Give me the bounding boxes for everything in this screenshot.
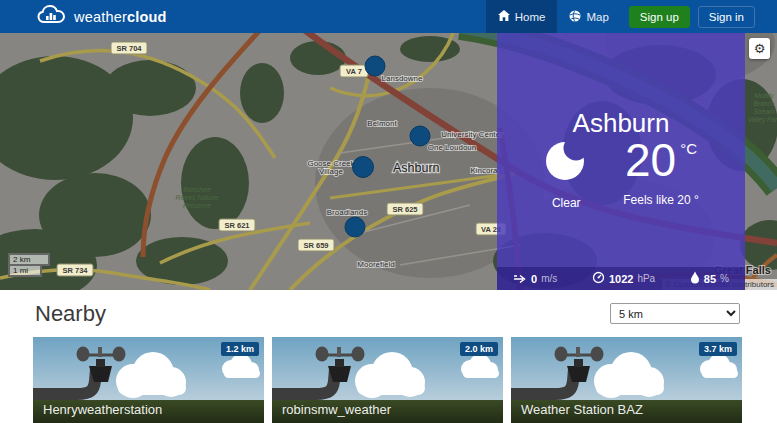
signup-button[interactable]: Sign up bbox=[629, 6, 690, 28]
station-card[interactable]: robinsmw_weather 2.0 km bbox=[272, 337, 503, 423]
map-scale-control: 2 km 1 mi bbox=[8, 253, 50, 277]
home-icon bbox=[498, 10, 510, 23]
nearby-title: Nearby bbox=[35, 301, 106, 327]
svg-text:Reeks Nature: Reeks Nature bbox=[176, 194, 219, 201]
station-marker bbox=[410, 126, 430, 146]
station-distance-badge: 2.0 km bbox=[460, 342, 498, 356]
top-navbar: weathercloud Home Map Sign up Sign in bbox=[0, 0, 777, 33]
svg-text:Banshee: Banshee bbox=[183, 186, 211, 193]
scale-mi: 1 mi bbox=[8, 266, 42, 277]
map-settings-button[interactable]: ⚙ bbox=[749, 38, 770, 59]
svg-text:Ashburn: Ashburn bbox=[393, 161, 440, 175]
scale-km: 2 km bbox=[8, 253, 50, 266]
station-name: robinsmw_weather bbox=[282, 402, 391, 417]
svg-text:Valley Park: Valley Park bbox=[748, 116, 777, 124]
station-distance-badge: 1.2 km bbox=[221, 342, 259, 356]
nav-map-label: Map bbox=[586, 11, 608, 23]
nav-home[interactable]: Home bbox=[486, 0, 558, 33]
station-name: Henryweatherstation bbox=[43, 402, 162, 417]
map-canvas[interactable]: SR 704 VA 7 SR 621 SR 625 SR 659 VA 28 S… bbox=[0, 33, 777, 290]
svg-text:Lansdowne: Lansdowne bbox=[382, 74, 423, 83]
svg-text:Village: Village bbox=[319, 167, 343, 176]
svg-text:SR 621: SR 621 bbox=[224, 221, 249, 230]
humidity-stat: 85 % bbox=[690, 271, 729, 286]
pressure-gauge-icon bbox=[592, 271, 605, 286]
wind-stat: 0 m/s bbox=[513, 273, 557, 285]
station-name: Weather Station BAZ bbox=[521, 402, 643, 417]
station-marker bbox=[365, 56, 385, 76]
svg-text:Preserve: Preserve bbox=[183, 202, 211, 209]
radius-select[interactable]: 5 km bbox=[610, 303, 740, 324]
nearby-stations-row: Henryweatherstation 1.2 km robi bbox=[33, 337, 777, 423]
brand-name: weathercloud bbox=[74, 9, 167, 25]
nav-map[interactable]: Map bbox=[557, 0, 620, 33]
station-distance-badge: 3.7 km bbox=[699, 342, 737, 356]
svg-text:One Loudoun: One Loudoun bbox=[428, 143, 477, 152]
temperature-unit: °C bbox=[680, 140, 697, 157]
nav-home-label: Home bbox=[515, 11, 546, 23]
wind-icon bbox=[513, 273, 527, 285]
weather-location: Ashburn bbox=[497, 108, 745, 139]
svg-text:Branch: Branch bbox=[754, 100, 775, 107]
svg-text:Kincora: Kincora bbox=[470, 166, 498, 175]
brand-logo[interactable]: weathercloud bbox=[36, 3, 167, 31]
station-marker bbox=[353, 157, 374, 178]
gear-icon: ⚙ bbox=[754, 42, 766, 55]
svg-text:Stream: Stream bbox=[754, 108, 776, 115]
svg-text:SR 704: SR 704 bbox=[116, 44, 142, 53]
svg-text:Moorefield: Moorefield bbox=[357, 260, 394, 269]
moon-clear-icon bbox=[543, 137, 589, 187]
svg-text:Belmont: Belmont bbox=[367, 119, 397, 128]
weather-condition: Clear bbox=[552, 196, 581, 210]
temperature-value: 20 bbox=[625, 137, 676, 183]
current-weather-panel[interactable]: Ashburn Clear bbox=[497, 33, 745, 290]
svg-text:Broadlands: Broadlands bbox=[327, 208, 367, 217]
station-marker bbox=[345, 217, 365, 237]
pressure-stat: 1022 hPa bbox=[592, 271, 655, 286]
station-card[interactable]: Henryweatherstation 1.2 km bbox=[33, 337, 264, 423]
svg-text:VA 7: VA 7 bbox=[346, 67, 362, 76]
svg-text:University Center: University Center bbox=[441, 130, 503, 139]
svg-text:SR 734: SR 734 bbox=[62, 266, 88, 275]
svg-text:SR 625: SR 625 bbox=[392, 205, 417, 214]
humidity-drop-icon bbox=[690, 271, 700, 286]
nearby-section-header: Nearby 5 km bbox=[0, 290, 777, 337]
signin-button[interactable]: Sign in bbox=[698, 6, 755, 28]
weather-stats-bar: 0 m/s 1022 hPa 85 % bbox=[497, 267, 745, 290]
weathercloud-logo-icon bbox=[36, 3, 68, 31]
globe-icon bbox=[569, 10, 581, 24]
feels-like: Feels like 20 ° bbox=[623, 193, 699, 207]
station-card[interactable]: Weather Station BAZ 3.7 km bbox=[511, 337, 742, 423]
svg-text:Muddy: Muddy bbox=[754, 92, 774, 100]
svg-text:SR 659: SR 659 bbox=[303, 241, 328, 250]
